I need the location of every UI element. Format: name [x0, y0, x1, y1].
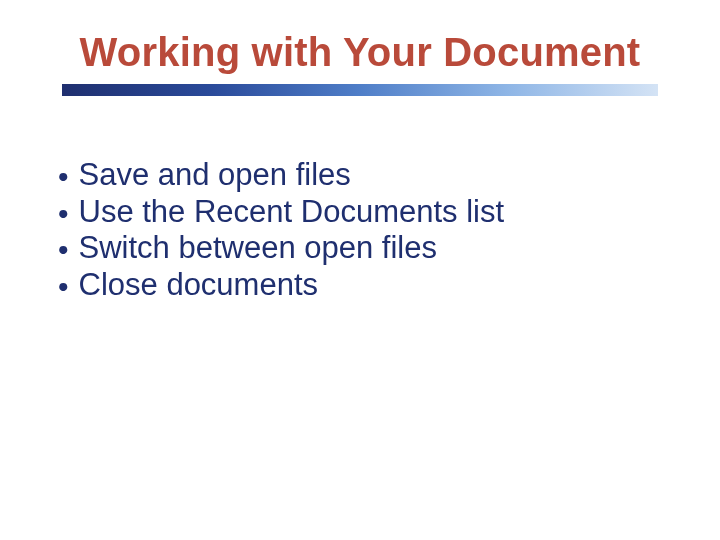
title-underline [62, 84, 658, 96]
list-item: • Close documents [58, 268, 658, 303]
bullet-list: • Save and open files • Use the Recent D… [58, 158, 658, 305]
bullet-text: Switch between open files [79, 231, 437, 266]
bullet-icon: • [58, 162, 69, 192]
slide-title: Working with Your Document [0, 30, 720, 75]
slide-title-wrap: Working with Your Document [0, 30, 720, 75]
bullet-text: Save and open files [79, 158, 351, 193]
bullet-icon: • [58, 235, 69, 265]
list-item: • Save and open files [58, 158, 658, 193]
list-item: • Switch between open files [58, 231, 658, 266]
bullet-icon: • [58, 199, 69, 229]
bullet-icon: • [58, 272, 69, 302]
bullet-text: Use the Recent Documents list [79, 195, 505, 230]
list-item: • Use the Recent Documents list [58, 195, 658, 230]
bullet-text: Close documents [79, 268, 319, 303]
